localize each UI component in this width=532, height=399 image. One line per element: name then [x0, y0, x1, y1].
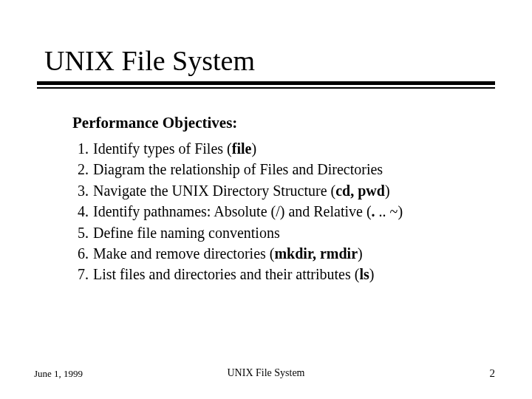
- item-text: List files and directories and their att…: [93, 264, 480, 284]
- item-text: Navigate the UNIX Directory Structure (c…: [93, 180, 480, 201]
- slide: UNIX File System Performance Objectives:…: [0, 0, 532, 285]
- item-number: 1.: [72, 138, 93, 159]
- footer-page-number: 2: [490, 367, 496, 380]
- list-item: 6. Make and remove directories (mkdir, r…: [72, 243, 480, 264]
- item-text: Diagram the relationship of Files and Di…: [93, 159, 480, 180]
- item-number: 6.: [72, 243, 93, 264]
- item-number: 5.: [72, 222, 93, 243]
- item-text: Identify types of Files (file): [93, 138, 480, 159]
- content-area: Performance Objectives: 1. Identify type…: [37, 114, 495, 285]
- list-item: 3. Navigate the UNIX Directory Structure…: [72, 180, 480, 201]
- list-item: 4. Identify pathnames: Absolute (/) and …: [72, 201, 480, 222]
- item-number: 4.: [72, 201, 93, 222]
- footer-date: June 1, 1999: [34, 368, 83, 380]
- list-item: 5. Define file naming conventions: [72, 222, 480, 243]
- divider-thin: [37, 87, 495, 89]
- item-number: 2.: [72, 159, 93, 180]
- subheading: Performance Objectives:: [72, 114, 480, 132]
- slide-title: UNIX File System: [44, 44, 495, 77]
- item-number: 7.: [72, 264, 93, 284]
- objectives-list: 1. Identify types of Files (file) 2. Dia…: [72, 138, 480, 285]
- list-item: 1. Identify types of Files (file): [72, 138, 480, 159]
- list-item: 2. Diagram the relationship of Files and…: [72, 159, 480, 180]
- footer-title: UNIX File System: [228, 367, 305, 379]
- divider-thick: [37, 81, 495, 85]
- list-item: 7. List files and directories and their …: [72, 264, 480, 284]
- item-number: 3.: [72, 180, 93, 201]
- item-text: Define file naming conventions: [93, 222, 480, 243]
- item-text: Identify pathnames: Absolute (/) and Rel…: [93, 201, 480, 222]
- item-text: Make and remove directories (mkdir, rmdi…: [93, 243, 480, 264]
- footer: June 1, 1999 UNIX File System 2: [0, 367, 532, 380]
